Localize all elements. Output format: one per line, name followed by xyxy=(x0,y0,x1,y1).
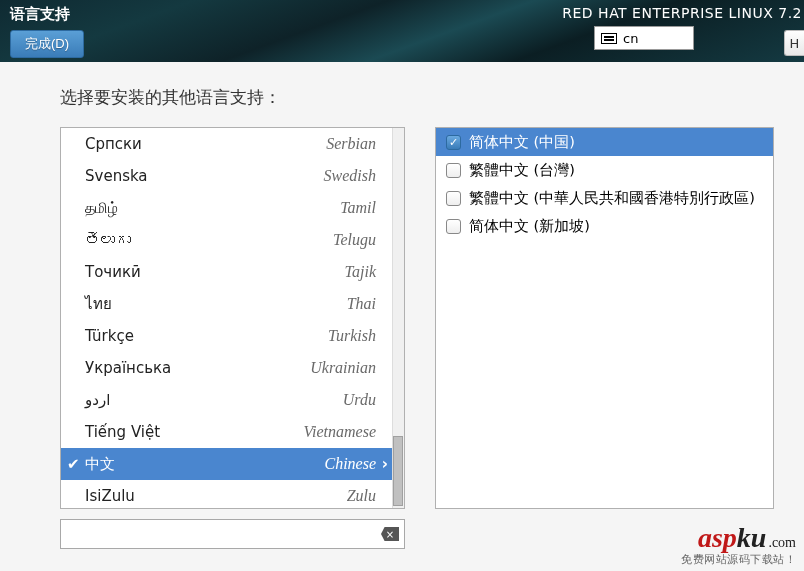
language-native-label: தமிழ் xyxy=(85,199,118,217)
language-english-label: Turkish xyxy=(328,327,376,345)
language-row[interactable]: SvenskaSwedish xyxy=(61,160,392,192)
product-name: RED HAT ENTERPRISE LINUX 7.2 xyxy=(562,5,804,21)
variant-label: 简体中文 (中国) xyxy=(469,133,575,152)
language-list[interactable]: СрпскиSerbianSvenskaSwedishதமிழ்Tamilతెల… xyxy=(60,127,405,509)
chevron-right-icon: › xyxy=(382,455,388,473)
clear-search-icon[interactable]: × xyxy=(381,527,399,541)
language-native-label: 中文 xyxy=(85,455,115,474)
language-english-label: Zulu xyxy=(347,487,376,505)
section-heading: 选择要安装的其他语言支持： xyxy=(60,86,774,109)
language-row[interactable]: TürkçeTurkish xyxy=(61,320,392,352)
scrollbar[interactable] xyxy=(392,128,404,508)
locale-variant-list[interactable]: 简体中文 (中国)繁體中文 (台灣)繁體中文 (中華人民共和國香港特別行政區)简… xyxy=(435,127,774,509)
locale-variant-row[interactable]: 简体中文 (新加坡) xyxy=(436,212,773,240)
language-row[interactable]: ไทยThai xyxy=(61,288,392,320)
language-english-label: Vietnamese xyxy=(303,423,376,441)
language-native-label: Точикӣ xyxy=(85,263,141,281)
language-row[interactable]: Tiếng ViệtVietnamese xyxy=(61,416,392,448)
done-button[interactable]: 完成(D) xyxy=(10,30,84,58)
language-row[interactable]: IsiZuluZulu xyxy=(61,480,392,508)
scrollbar-thumb[interactable] xyxy=(393,436,403,506)
page-title: 语言支持 xyxy=(10,5,84,24)
language-native-label: Српски xyxy=(85,135,142,153)
language-row[interactable]: తెలుగుTelugu xyxy=(61,224,392,256)
variant-label: 繁體中文 (中華人民共和國香港特別行政區) xyxy=(469,189,755,208)
keyboard-layout-indicator[interactable]: cn xyxy=(594,26,694,50)
language-english-label: Telugu xyxy=(333,231,376,249)
language-row[interactable]: தமிழ்Tamil xyxy=(61,192,392,224)
help-button[interactable]: H xyxy=(784,30,804,56)
locale-variant-row[interactable]: 简体中文 (中国) xyxy=(436,128,773,156)
language-row[interactable]: ТочикӣTajik xyxy=(61,256,392,288)
language-english-label: Urdu xyxy=(343,391,376,409)
language-row[interactable]: ✔中文Chinese› xyxy=(61,448,392,480)
language-native-label: اردو xyxy=(85,391,110,409)
language-english-label: Swedish xyxy=(324,167,376,185)
language-native-label: IsiZulu xyxy=(85,487,135,505)
variant-checkbox[interactable] xyxy=(446,191,461,206)
top-bar: 语言支持 完成(D) RED HAT ENTERPRISE LINUX 7.2 … xyxy=(0,0,804,62)
variant-checkbox[interactable] xyxy=(446,163,461,178)
variant-label: 繁體中文 (台灣) xyxy=(469,161,575,180)
keyboard-layout-label: cn xyxy=(623,31,638,46)
language-row[interactable]: СрпскиSerbian xyxy=(61,128,392,160)
language-row[interactable]: اردوUrdu xyxy=(61,384,392,416)
language-search-input[interactable] xyxy=(60,519,405,549)
language-native-label: Türkçe xyxy=(85,327,134,345)
keyboard-icon xyxy=(601,33,617,44)
language-english-label: Ukrainian xyxy=(310,359,376,377)
language-native-label: Українська xyxy=(85,359,171,377)
variant-label: 简体中文 (新加坡) xyxy=(469,217,590,236)
language-native-label: ไทย xyxy=(85,292,112,316)
locale-variant-row[interactable]: 繁體中文 (中華人民共和國香港特別行政區) xyxy=(436,184,773,212)
language-row[interactable]: УкраїнськаUkrainian xyxy=(61,352,392,384)
language-english-label: Thai xyxy=(347,295,376,313)
language-native-label: తెలుగు xyxy=(85,231,131,249)
language-english-label: Tajik xyxy=(345,263,376,281)
language-native-label: Svenska xyxy=(85,167,148,185)
language-english-label: Tamil xyxy=(340,199,376,217)
language-english-label: Chinese xyxy=(324,455,376,473)
language-english-label: Serbian xyxy=(326,135,376,153)
locale-variant-row[interactable]: 繁體中文 (台灣) xyxy=(436,156,773,184)
variant-checkbox[interactable] xyxy=(446,135,461,150)
variant-checkbox[interactable] xyxy=(446,219,461,234)
check-icon: ✔ xyxy=(67,455,80,473)
language-native-label: Tiếng Việt xyxy=(85,423,160,441)
